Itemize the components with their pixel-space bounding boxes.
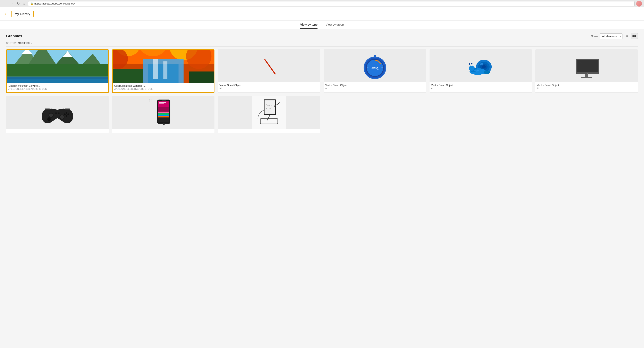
svg-point-71 [68, 113, 69, 115]
section-header: Graphics Show All elements Graphics Colo… [6, 33, 638, 39]
svg-rect-93 [265, 100, 275, 114]
graphics-grid-row2 [6, 96, 638, 133]
address-bar[interactable]: 🔒 https://assets.adobe.com/libraries/ [28, 1, 634, 6]
tab-view-by-type[interactable]: View by type [300, 23, 318, 29]
svg-point-45 [482, 65, 486, 69]
svg-point-52 [469, 63, 470, 65]
grid-item-4-info: Vector Smart Object AI [324, 82, 426, 92]
svg-point-54 [484, 71, 490, 74]
sort-bar: SORT BY MODIFIED ▾ [6, 42, 638, 47]
grid-item-9-info [218, 129, 320, 133]
svg-line-26 [265, 60, 275, 74]
svg-point-55 [474, 70, 479, 72]
svg-point-66 [60, 115, 64, 119]
grid-item-1-name: Siberian mountain Balyiktyi... [8, 85, 106, 87]
svg-rect-21 [153, 59, 158, 79]
app-header: ← My Library [0, 7, 644, 21]
sort-value: MODIFIED [18, 42, 30, 44]
svg-point-69 [64, 113, 66, 115]
elements-dropdown-wrapper[interactable]: All elements Graphics Colors Text Styles… [600, 34, 622, 39]
grid-item-2-name: Colorful majestic waterfall i... [114, 85, 212, 87]
sort-chevron-icon[interactable]: ▾ [31, 42, 32, 44]
svg-rect-41 [383, 63, 385, 65]
grid-item-8-thumb [112, 96, 215, 129]
grid-item-5[interactable]: Vector Smart Object AI [430, 49, 532, 93]
grid-item-3-info: Vector Smart Object AI [218, 82, 320, 92]
svg-rect-10 [7, 79, 108, 83]
section-controls: Show All elements Graphics Colors Text S… [591, 33, 638, 39]
grid-item-4-meta: AI [325, 87, 424, 90]
elements-dropdown[interactable]: All elements Graphics Colors Text Styles [600, 34, 622, 39]
svg-rect-75 [55, 113, 57, 114]
lock-icon: 🔒 [30, 2, 34, 5]
svg-rect-87 [159, 102, 166, 103]
grid-item-6-meta: AI [537, 87, 636, 90]
main-content: Graphics Show All elements Graphics Colo… [0, 29, 644, 348]
my-library-button[interactable]: My Library [12, 11, 34, 17]
grid-item-2[interactable]: Colorful majestic waterfall i... JPEG, U… [112, 49, 215, 93]
svg-rect-73 [45, 108, 50, 110]
grid-item-1[interactable]: Siberian mountain Balyiktyi... JPEG, UNL… [6, 49, 109, 93]
grid-item-9[interactable] [218, 96, 320, 133]
svg-rect-24 [113, 69, 143, 83]
svg-rect-77 [149, 99, 152, 102]
reload-button[interactable]: ↻ [16, 1, 21, 6]
svg-rect-59 [585, 74, 588, 77]
svg-rect-82 [158, 112, 170, 113]
grid-item-2-meta: JPEG, UNLICENSED ADOBE STOCK [114, 88, 212, 90]
url-text: https://assets.adobe.com/libraries/ [34, 2, 75, 5]
svg-rect-88 [159, 103, 164, 104]
grid-item-4[interactable]: 00:15 Vector Smart Object AI [324, 49, 426, 93]
section-title: Graphics [6, 34, 22, 38]
grid-item-3[interactable]: Vector Smart Object AI [218, 49, 320, 93]
svg-point-49 [469, 66, 474, 71]
grid-item-1-thumb [7, 50, 108, 83]
svg-text:00:15: 00:15 [372, 67, 378, 70]
grid-item-5-thumb [430, 49, 532, 82]
grid-item-7-info [6, 129, 109, 133]
svg-rect-57 [578, 60, 598, 72]
grid-item-2-thumb [113, 50, 214, 83]
grid-item-7-thumb [6, 96, 109, 129]
tab-view-by-group[interactable]: View by group [326, 23, 344, 29]
browser-chrome: ← → ↻ ⌂ 🔒 https://assets.adobe.com/libra… [0, 0, 644, 7]
grid-item-3-name: Vector Smart Object [220, 84, 319, 87]
svg-rect-76 [58, 113, 60, 114]
grid-item-7[interactable] [6, 96, 109, 133]
grid-view-button[interactable]: ■■ [631, 33, 638, 39]
svg-point-62 [587, 73, 588, 74]
svg-rect-86 [158, 117, 170, 122]
svg-rect-68 [47, 118, 51, 120]
svg-line-97 [274, 106, 275, 106]
back-button[interactable]: ← [2, 2, 7, 6]
list-view-button[interactable]: ≡ [624, 33, 630, 39]
graphics-grid-row1: Siberian mountain Balyiktyi... JPEG, UNL… [6, 49, 638, 93]
grid-item-3-meta: AI [220, 87, 319, 90]
svg-rect-90 [162, 100, 166, 101]
grid-item-2-info: Colorful majestic waterfall i... JPEG, U… [113, 83, 214, 92]
grid-item-5-info: Vector Smart Object AI [430, 82, 532, 92]
svg-point-72 [66, 115, 68, 117]
svg-point-53 [471, 63, 472, 64]
svg-rect-81 [158, 107, 170, 112]
forward-button[interactable]: → [9, 2, 14, 6]
grid-item-1-info: Siberian mountain Balyiktyi... JPEG, UNL… [7, 83, 108, 92]
svg-point-70 [66, 112, 68, 114]
grid-item-4-thumb: 00:15 [324, 49, 426, 82]
grid-item-4-name: Vector Smart Object [325, 84, 424, 87]
svg-point-46 [480, 63, 484, 65]
home-button[interactable]: ⌂ [22, 2, 26, 6]
user-avatar[interactable] [636, 1, 642, 7]
svg-rect-84 [158, 115, 170, 116]
svg-rect-85 [158, 116, 170, 118]
back-arrow-link[interactable]: ← [4, 11, 8, 17]
svg-rect-25 [189, 72, 214, 83]
show-label: Show [591, 35, 598, 38]
grid-item-6[interactable]: Vector Smart Object AI [535, 49, 638, 93]
svg-rect-9 [7, 64, 108, 77]
svg-rect-74 [65, 108, 70, 110]
svg-rect-40 [374, 55, 376, 57]
grid-item-1-meta: JPEG, UNLICENSED ADOBE STOCK [8, 88, 106, 90]
sort-by-label: SORT BY [6, 42, 16, 44]
grid-item-8[interactable] [112, 96, 215, 133]
